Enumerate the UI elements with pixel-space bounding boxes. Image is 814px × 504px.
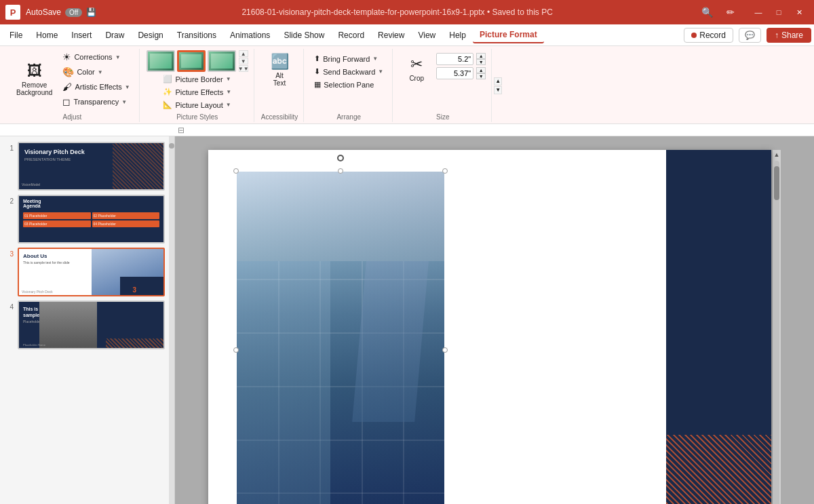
- picture-border-button[interactable]: ⬜ Picture Border ▼: [159, 73, 235, 85]
- slide-item-2[interactable]: 2 MeetingAgenda 01 Placeholder 02 Placeh…: [4, 195, 165, 244]
- menu-record[interactable]: Record: [331, 28, 371, 43]
- height-spin-down[interactable]: ▼: [476, 59, 486, 65]
- powerpoint-logo: P: [5, 5, 20, 20]
- slide-1-logo: VisionModel: [22, 182, 40, 187]
- menu-insert[interactable]: Insert: [64, 28, 98, 43]
- artistic-label: Artistic Effects: [75, 83, 121, 91]
- ribbon-group-accessibility: 🔤 AltText Accessibility: [256, 49, 304, 122]
- slide-item-4[interactable]: 4 This is asample quote Placeholder text…: [4, 301, 165, 349]
- menu-home[interactable]: Home: [29, 28, 64, 43]
- crop-button[interactable]: ✂ Crop: [400, 53, 433, 85]
- record-button[interactable]: Record: [684, 28, 733, 43]
- picture-effects-arrow: ▼: [226, 89, 231, 95]
- artistic-effects-button[interactable]: 🖌 Artistic Effects ▼: [59, 80, 133, 94]
- slide-thumb-3[interactable]: About Us This is sample text for the sli…: [18, 248, 165, 296]
- slide-thumb-4[interactable]: This is asample quote Placeholder text P…: [18, 301, 165, 349]
- slide-panel: 1 Visionary Pitch Deck PRESENTATION THEM…: [0, 136, 175, 504]
- ribbon-group-arrange: ⬆ Bring Forward ▼ ⬇ Send Backward ▼ ▦ Se…: [305, 49, 393, 122]
- slide-number-1: 1: [4, 142, 14, 152]
- autosave-area: AutoSave Off 💾: [26, 7, 96, 17]
- alt-text-label: AltText: [273, 72, 286, 87]
- comment-button[interactable]: 💬: [739, 28, 761, 43]
- canvas-scrollbar[interactable]: ▲ ▼: [773, 150, 781, 504]
- filename-label: 21608-01-visionary-pitch-deck-template-f…: [102, 7, 693, 17]
- autosave-toggle[interactable]: Off: [65, 8, 82, 17]
- color-label: Color: [77, 68, 94, 76]
- title-icons: 🔍 ✏: [698, 5, 738, 19]
- alt-text-icon: 🔤: [271, 53, 289, 71]
- adjust-row: 🖼 RemoveBackground ☀ Corrections ▼ 🎨 Col…: [11, 50, 134, 109]
- slide-number-4: 4: [4, 301, 14, 311]
- menu-view[interactable]: View: [411, 28, 442, 43]
- slide-3-content: About Us This is sample text for the sli…: [19, 249, 163, 295]
- slide-canvas[interactable]: About Us This is a sample text. Insert y…: [208, 150, 771, 504]
- menu-picture-format[interactable]: Picture Format: [473, 27, 544, 43]
- bring-forward-button[interactable]: ⬆ Bring Forward ▼: [311, 53, 387, 64]
- transparency-icon: ◻: [62, 96, 71, 107]
- close-button[interactable]: ✕: [790, 5, 809, 19]
- menu-review[interactable]: Review: [371, 28, 411, 43]
- height-spin-up[interactable]: ▲: [476, 53, 486, 59]
- save-icon[interactable]: 💾: [86, 7, 96, 17]
- building-img-inner: [237, 172, 444, 504]
- picture-layout-arrow: ▼: [226, 102, 231, 108]
- pic-style-2[interactable]: [177, 50, 206, 72]
- menu-file[interactable]: File: [3, 28, 29, 43]
- search-icon[interactable]: 🔍: [698, 5, 716, 19]
- building-image[interactable]: [235, 170, 446, 504]
- style-scroll-expand[interactable]: ▼▼: [239, 65, 248, 72]
- selection-pane-label: Selection Pane: [324, 81, 374, 89]
- width-input[interactable]: [436, 67, 473, 79]
- alt-text-button[interactable]: 🔤 AltText: [263, 50, 296, 90]
- height-input[interactable]: [436, 53, 473, 65]
- width-spin: ▲ ▼: [476, 67, 486, 79]
- width-spin-down[interactable]: ▼: [476, 73, 486, 79]
- ribbon-scroll-down[interactable]: ▼: [494, 86, 502, 94]
- artistic-arrow: ▼: [125, 84, 130, 90]
- corrections-button[interactable]: ☀ Corrections ▼: [59, 50, 133, 64]
- menu-design[interactable]: Design: [131, 28, 170, 43]
- menu-animations[interactable]: Animations: [223, 28, 277, 43]
- send-backward-icon: ⬇: [314, 67, 320, 76]
- minimize-button[interactable]: —: [749, 5, 768, 19]
- pen-icon[interactable]: ✏: [723, 5, 738, 19]
- color-button[interactable]: 🎨 Color ▼: [59, 65, 133, 79]
- transparency-button[interactable]: ◻ Transparency ▼: [59, 95, 133, 109]
- menu-help[interactable]: Help: [442, 28, 473, 43]
- width-spin-up[interactable]: ▲: [476, 67, 486, 73]
- ribbon-scroll-up[interactable]: ▲: [494, 77, 502, 85]
- share-button[interactable]: ↑ Share: [767, 28, 811, 43]
- picture-styles-group-label: Picture Styles: [176, 111, 218, 121]
- slide-item-1[interactable]: 1 Visionary Pitch Deck PRESENTATION THEM…: [4, 142, 165, 191]
- s2-cell-2: 02 Placeholder: [92, 212, 160, 219]
- menu-transitions[interactable]: Transitions: [170, 28, 223, 43]
- send-backward-button[interactable]: ⬇ Send Backward ▼: [311, 66, 387, 77]
- picture-effects-button[interactable]: ✨ Picture Effects ▼: [159, 86, 235, 98]
- menu-draw[interactable]: Draw: [98, 28, 131, 43]
- canvas-scroll-up[interactable]: ▲: [773, 150, 781, 159]
- ribbon-group-picture-styles: ▲ ▼ ▼▼ ⬜ Picture Border ▼ ✨ Picture Effe…: [141, 49, 254, 122]
- slide-3-footer: Visionary Pitch Deck: [22, 290, 53, 294]
- slide-thumb-1[interactable]: Visionary Pitch Deck PRESENTATION THEME …: [18, 142, 165, 191]
- adjust-group-label: Adjust: [62, 111, 81, 121]
- ribbon: 🖼 RemoveBackground ☀ Corrections ▼ 🎨 Col…: [0, 46, 814, 124]
- artistic-icon: 🖌: [62, 81, 72, 92]
- slide-item-3[interactable]: 3 About Us This is sample text for the s…: [4, 248, 165, 296]
- menu-right-area: Record 💬 ↑ Share: [684, 28, 811, 43]
- slide-thumb-2[interactable]: MeetingAgenda 01 Placeholder 02 Placehol…: [18, 195, 165, 244]
- remove-background-button[interactable]: 🖼 RemoveBackground: [11, 60, 58, 99]
- pic-style-3[interactable]: [208, 50, 236, 72]
- style-scroll-down[interactable]: ▼: [239, 58, 248, 64]
- selection-pane-button[interactable]: ▦ Selection Pane: [311, 79, 387, 90]
- ruler-icon: ⊟: [175, 125, 187, 135]
- menu-slideshow[interactable]: Slide Show: [277, 28, 331, 43]
- slide-panel-scroll[interactable]: 1 Visionary Pitch Deck PRESENTATION THEM…: [0, 136, 169, 504]
- picture-layout-button[interactable]: 📐 Picture Layout ▼: [159, 99, 235, 111]
- slide-panel-scrollbar[interactable]: [169, 136, 174, 504]
- pic-style-1[interactable]: [147, 50, 175, 72]
- picture-layout-icon: 📐: [163, 100, 172, 109]
- slide-4-person-img: [39, 302, 97, 348]
- style-scroll-up[interactable]: ▲: [239, 50, 248, 57]
- maximize-button[interactable]: □: [769, 5, 788, 19]
- s2-cell-4: 04 Placeholder: [92, 220, 160, 227]
